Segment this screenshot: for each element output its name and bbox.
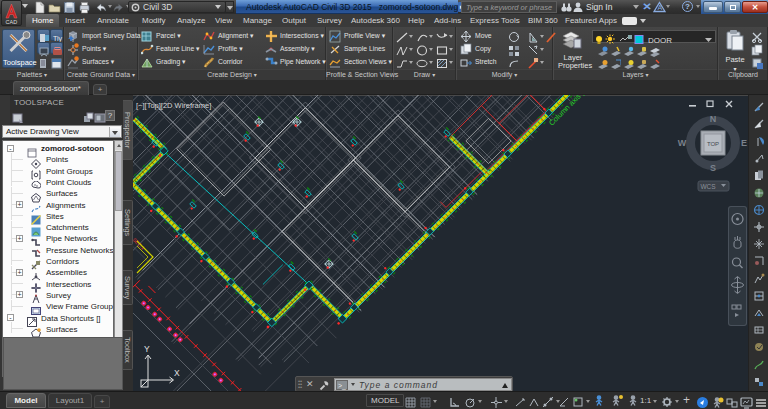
svg-text:Y: Y bbox=[144, 344, 150, 354]
svg-text:N: N bbox=[710, 114, 717, 124]
svg-text:A: A bbox=[658, 4, 663, 11]
svg-text:X: X bbox=[174, 368, 180, 378]
svg-text:E: E bbox=[741, 138, 747, 148]
svg-text:WCS: WCS bbox=[700, 183, 716, 190]
svg-text:W: W bbox=[678, 138, 687, 148]
svg-text:S: S bbox=[710, 163, 716, 173]
svg-text:CAD: CAD bbox=[6, 19, 18, 25]
svg-text:TOP: TOP bbox=[707, 141, 719, 147]
